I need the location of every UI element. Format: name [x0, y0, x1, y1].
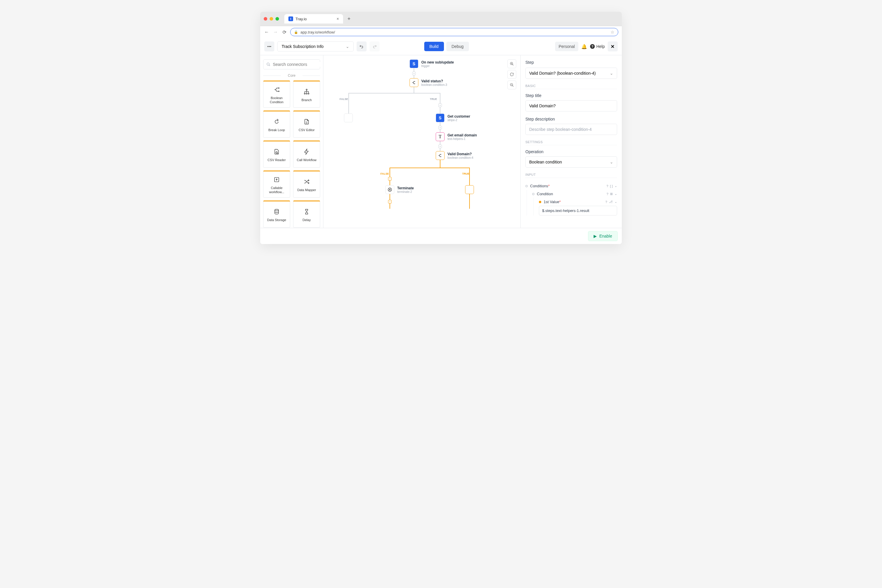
undo-button[interactable]	[357, 42, 367, 51]
add-step-button[interactable]: +	[388, 200, 392, 204]
node-get-customer[interactable]: S Get customer stripe-2	[436, 114, 470, 122]
close-panel-button[interactable]: ✕	[608, 42, 618, 51]
window-close-icon[interactable]	[264, 17, 267, 21]
connector-branch[interactable]: Branch	[293, 81, 320, 108]
play-icon: ▶	[594, 234, 597, 238]
brackets-icon[interactable]: [ ]	[610, 184, 613, 188]
connector-csv-reader[interactable]: CSV Reader	[263, 141, 290, 168]
operation-selector[interactable]: Boolean condition ⌄	[525, 156, 617, 168]
connector-label: CSV Reader	[267, 158, 286, 162]
help-button[interactable]: ? Help	[590, 44, 605, 49]
connector-call-workflow[interactable]: Call Workflow	[293, 141, 320, 168]
search-icon	[266, 62, 270, 66]
node-subtitle: trigger	[421, 64, 454, 68]
zoom-in-button[interactable]	[507, 59, 516, 68]
add-step-button[interactable]: +	[438, 104, 442, 107]
connector-boolean-condition[interactable]: Boolean Condition	[263, 81, 290, 108]
workflow-selector[interactable]: Track Subscription Info ⌄	[277, 42, 354, 51]
help-icon[interactable]: ?	[605, 200, 607, 204]
node-valid-domain[interactable]: Valid Domain? boolean-condition-4	[436, 151, 473, 160]
node-valid-status[interactable]: Valid status? boolean-condition-3	[410, 78, 447, 87]
file-search-icon	[273, 148, 280, 156]
debug-button[interactable]: Debug	[446, 42, 469, 51]
condition-row[interactable]: Condition ?⊞⌄	[532, 190, 617, 198]
tab-title: Tray.io	[296, 17, 307, 21]
chevron-down-icon[interactable]: ⌄	[615, 200, 617, 204]
empty-node[interactable]	[344, 114, 353, 122]
forward-button[interactable]: →	[273, 29, 278, 35]
node-terminate[interactable]: Terminate terminate-2	[386, 185, 414, 194]
first-value-input[interactable]	[539, 206, 617, 216]
first-value-row[interactable]: 1st Value* ?⎇⌄	[539, 198, 617, 206]
connector-data-mapper[interactable]: Data Mapper	[293, 171, 320, 198]
workspace-label[interactable]: Personal	[555, 42, 578, 51]
conditions-row[interactable]: Conditions* ?[ ]⌄	[525, 182, 617, 190]
connector-callable-workflow[interactable]: Callable workflow...	[263, 171, 290, 198]
chevron-down-icon[interactable]: ⌄	[615, 192, 617, 196]
help-icon: ?	[590, 44, 595, 49]
address-bar[interactable]: 🔒 app.tray.io/workflow/ ☆	[290, 28, 618, 36]
window-minimize-icon[interactable]	[270, 17, 273, 21]
false-label: FALSE	[340, 98, 348, 100]
help-icon[interactable]: ?	[606, 184, 608, 188]
shuffle-icon	[303, 178, 310, 186]
node-get-email[interactable]: T Get email domain text-helpers-1	[436, 132, 477, 141]
path-icon[interactable]: ⎇	[609, 200, 613, 204]
connector-break-loop[interactable]: Break Loop	[263, 111, 290, 138]
build-button[interactable]: Build	[424, 42, 444, 51]
workflow-name: Track Subscription Info	[282, 44, 324, 49]
bell-icon[interactable]: 🔔	[581, 44, 587, 50]
help-icon[interactable]: ?	[606, 192, 608, 196]
step-title-input[interactable]	[525, 100, 617, 111]
loop-back-icon	[273, 118, 280, 126]
add-step-button[interactable]: +	[388, 177, 392, 180]
true-label: TRUE	[430, 98, 437, 100]
redo-button[interactable]	[369, 42, 380, 51]
step-title-label: Step title	[525, 93, 617, 98]
empty-node[interactable]	[465, 185, 474, 194]
back-button[interactable]: ←	[264, 29, 270, 35]
help-label: Help	[596, 44, 605, 49]
input-label: INPUT	[525, 173, 617, 178]
search-connectors[interactable]	[263, 59, 320, 69]
window-maximize-icon[interactable]	[276, 17, 279, 21]
chevron-down-icon[interactable]: ⌄	[615, 184, 617, 188]
connector-label: Call Workflow	[297, 158, 316, 162]
add-step-button[interactable]: +	[438, 126, 442, 129]
bookmark-star-icon[interactable]: ☆	[610, 30, 615, 34]
tab-close-icon[interactable]: ×	[337, 16, 339, 21]
svg-point-5	[306, 93, 307, 94]
menu-button[interactable]: •••	[264, 42, 274, 51]
bullet-icon	[539, 201, 541, 203]
step-selector[interactable]: Valid Domain? (boolean-condition-4) ⌄	[525, 68, 617, 79]
new-tab-button[interactable]: +	[345, 15, 352, 22]
upload-box-icon	[273, 176, 280, 183]
connector-label: Boolean Condition	[265, 96, 288, 104]
lightning-icon	[303, 148, 310, 156]
search-input[interactable]	[273, 62, 323, 67]
browser-tab[interactable]: t Tray.io ×	[284, 14, 343, 24]
connector-csv-editor[interactable]: CSV Editor	[293, 111, 320, 138]
fit-view-button[interactable]	[507, 70, 516, 79]
stripe-icon: S	[410, 59, 418, 68]
database-icon	[273, 208, 280, 216]
svg-point-6	[308, 93, 309, 94]
operation-label: Operation	[525, 149, 617, 154]
connector-delay[interactable]: Delay	[293, 201, 320, 228]
node-trigger[interactable]: S On new sub/update trigger	[410, 59, 454, 68]
connector-label: CSV Editor	[299, 128, 315, 132]
first-value-label: 1st Value	[544, 200, 559, 204]
node-subtitle: text-helpers-1	[447, 137, 477, 141]
step-description-input[interactable]	[525, 124, 617, 135]
add-step-button[interactable]: +	[438, 145, 442, 148]
connector-data-storage[interactable]: Data Storage	[263, 201, 290, 228]
step-section-label: Step	[525, 60, 617, 64]
add-step-button[interactable]: +	[412, 72, 416, 75]
grid-icon[interactable]: ⊞	[610, 192, 613, 196]
enable-button[interactable]: ▶ Enable	[588, 231, 618, 241]
svg-point-3	[306, 89, 307, 90]
zoom-out-button[interactable]	[507, 81, 516, 89]
reload-button[interactable]: ⟳	[281, 29, 287, 35]
chevron-down-icon: ⌄	[610, 160, 613, 164]
workflow-canvas[interactable]: S On new sub/update trigger + Valid stat…	[323, 55, 520, 228]
